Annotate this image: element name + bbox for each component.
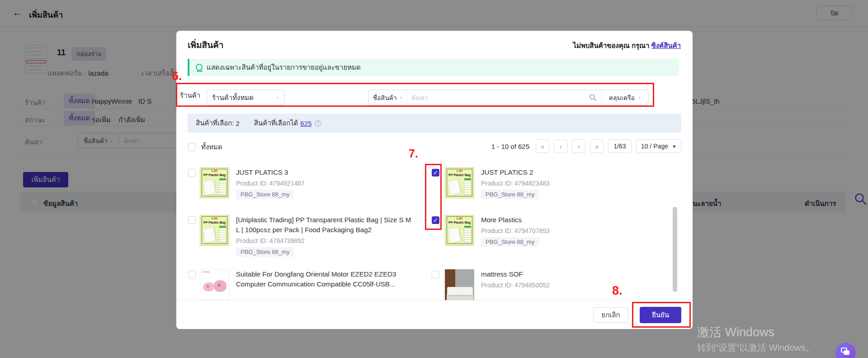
product-title: mattress SOF: [481, 269, 550, 279]
page-size-select[interactable]: 10 / Page∨: [636, 139, 681, 153]
product-checkbox[interactable]: [432, 169, 439, 177]
product-card: mattress SOF Product ID: 4794850052: [432, 269, 671, 300]
pagination: 1 - 10 of 625 « ‹ › » 1/63 10 / Page∨: [491, 139, 681, 153]
help-icon[interactable]: ?: [315, 120, 321, 127]
product-image: LNiPP Plastic Bag: [200, 167, 229, 198]
next-page-button[interactable]: ›: [572, 139, 585, 153]
selected-label: สินค้าที่เลือก:: [196, 118, 234, 129]
store-tag: PBG_Store 88_my: [236, 247, 294, 257]
select-all-checkbox[interactable]: [188, 143, 196, 151]
product-search-box: ชื่อสินค้า∨ คลุมเครือ∨: [368, 90, 649, 105]
product-title: Suitable For Dongfang Oriental Motor EZE…: [236, 269, 411, 289]
chevron-down-icon: ∨: [399, 95, 402, 100]
product-card: LNiPP Plastic Bag JUST PLATICS 2 Product…: [432, 167, 671, 199]
banner-text: แสดงเฉพาะสินค้าที่อยู่ในรายการขายอยู่และ…: [207, 62, 361, 73]
add-product-modal: เพิ่มสินค้า ไม่พบสินค้าของคุณ กรุณา ซิงค…: [176, 31, 693, 329]
product-checkbox[interactable]: [188, 169, 196, 177]
product-checkbox[interactable]: [432, 216, 439, 224]
search-type-select[interactable]: ชื่อสินค้า∨: [369, 90, 407, 105]
select-all-label: ทั้งหมด: [201, 142, 222, 153]
page-indicator: 1/63: [608, 139, 632, 153]
windows-watermark-line2: 转到“设置”以激活 Windows。: [697, 342, 815, 354]
limit-label: สินค้าที่เลือกได้: [254, 118, 298, 129]
product-image: YIBIN: [200, 269, 229, 300]
product-card: YIBIN Suitable For Dongfang Oriental Mot…: [188, 269, 416, 300]
product-image: LNiPP Plastic Bag: [445, 167, 474, 198]
store-tag: PBG_Store 88_my: [481, 190, 539, 199]
product-card: LNiPP Plastic Bag JUST PLATICS 3 Product…: [188, 167, 416, 199]
chevron-down-icon: ∨: [672, 144, 676, 148]
match-mode-select[interactable]: คลุมเครือ∨: [601, 90, 648, 105]
product-image: LNiPP Plastic Bag: [200, 215, 229, 246]
product-checkbox[interactable]: [188, 271, 196, 278]
modal-shop-label: ร้านค้า: [180, 90, 200, 101]
product-id: Product ID: 4794850052: [481, 282, 550, 289]
product-title: JUST PLATICS 2: [481, 167, 550, 177]
info-banner: แสดงเฉพาะสินค้าที่อยู่ในรายการขายอยู่และ…: [188, 59, 679, 76]
pagination-range: 1 - 10 of 625: [491, 143, 529, 150]
modal-footer: ยกเลิก ยืนยัน: [176, 300, 693, 329]
sync-products-link[interactable]: ซิงค์สินค้า: [651, 42, 681, 49]
prev-page-button[interactable]: ‹: [554, 139, 567, 153]
first-page-button[interactable]: «: [536, 139, 549, 153]
chevron-down-icon: ∨: [638, 95, 641, 100]
product-image: [445, 269, 474, 300]
selected-count: 2: [236, 119, 240, 127]
modal-search-input[interactable]: [407, 90, 589, 105]
annotation-step-8: 8.: [612, 284, 623, 298]
limit-count-link[interactable]: 625: [300, 119, 311, 127]
sync-hint: ไม่พบสินค้าของคุณ กรุณา ซิงค์สินค้า: [573, 40, 681, 51]
product-checkbox[interactable]: [188, 216, 196, 224]
product-card: LNiPP Plastic Bag More Plastics Product …: [432, 215, 671, 247]
annotation-step-7: 7.: [409, 147, 418, 160]
store-tag: PBG_Store 88_my: [481, 237, 539, 247]
product-title: [Uniplastic Trading] PP Transparent Plas…: [236, 215, 411, 235]
last-page-button[interactable]: »: [590, 139, 604, 153]
product-id: Product ID: 4794707853: [481, 227, 550, 234]
annotation-step-6: 6.: [172, 69, 182, 83]
windows-watermark-line1: 激活 Windows: [697, 324, 774, 340]
chevron-down-icon: ∨: [276, 95, 279, 100]
shop-select[interactable]: ร้านค้าทั้งหมด ∨: [207, 90, 285, 105]
cancel-button[interactable]: ยกเลิก: [593, 307, 628, 323]
product-id: Product ID: 4794823483: [481, 180, 550, 187]
lightbulb-icon: [196, 64, 202, 72]
product-title: More Plastics: [481, 215, 550, 225]
product-id: Product ID: 4794739892: [236, 237, 411, 244]
search-icon[interactable]: [589, 94, 597, 101]
modal-title: เพิ่มสินค้า: [188, 38, 224, 52]
product-image: LNiPP Plastic Bag: [445, 215, 474, 246]
product-title: JUST PLATICS 3: [236, 167, 305, 177]
confirm-button[interactable]: ยืนยัน: [640, 307, 681, 323]
product-id: Product ID: 4794921467: [236, 180, 305, 187]
store-tag: PBG_Store 88_my: [236, 190, 294, 199]
selection-bar: สินค้าที่เลือก: 2 สินค้าที่เลือกได้ 625 …: [188, 114, 681, 133]
product-card: LNiPP Plastic Bag [Uniplastic Trading] P…: [188, 215, 416, 257]
product-checkbox[interactable]: [432, 271, 439, 278]
list-scrollbar[interactable]: [673, 207, 677, 292]
select-all-row: ทั้งหมด: [188, 142, 222, 153]
